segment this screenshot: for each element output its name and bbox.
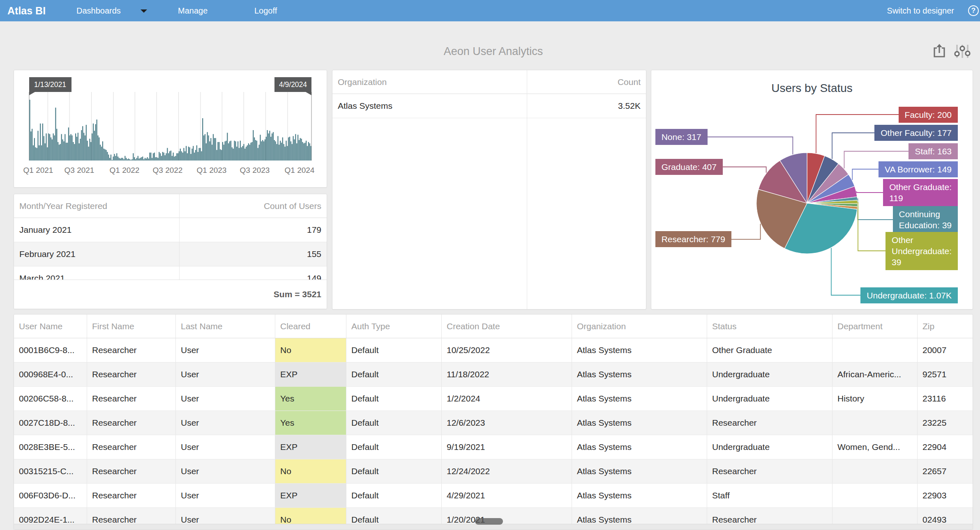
first-name-cell: Researcher	[87, 338, 176, 362]
pie-label-continuing-education[interactable]: Continuing Education: 39	[893, 206, 958, 233]
column-divider	[179, 194, 180, 280]
export-icon[interactable]	[932, 43, 948, 60]
column-header-organization[interactable]: Organization	[338, 70, 387, 94]
creation-date-cell: 11/18/2022	[442, 363, 572, 386]
organization-cell: Atlas Systems	[572, 363, 707, 386]
user-name-cell: 00315215-C...	[14, 459, 87, 483]
horizontal-scrollbar-thumb[interactable]	[475, 518, 503, 525]
column-header-count-of-users[interactable]: Count of Users	[264, 194, 321, 218]
table-row[interactable]: 0027C18D-8...ResearcherUserYesDefault12/…	[14, 411, 973, 435]
status-cell: Researcher	[707, 411, 832, 435]
table-row[interactable]: February 2021155	[14, 242, 327, 266]
help-icon[interactable]: ?	[968, 5, 979, 16]
column-header-cleared[interactable]: Cleared	[275, 314, 346, 338]
range-axis-label: Q3 2023	[240, 166, 270, 174]
table-row[interactable]: 006F03D6-D...ResearcherUserEXPDefault4/2…	[14, 484, 973, 508]
table-row[interactable]: 0001B6C9-8...ResearcherUserNoDefault10/2…	[14, 338, 973, 363]
range-bars	[29, 100, 311, 161]
cleared-cell: No	[275, 459, 346, 483]
column-header-organization[interactable]: Organization	[572, 314, 707, 338]
table-row[interactable]: 000968E4-0...ResearcherUserEXPDefault11/…	[14, 363, 973, 387]
parameters-icon[interactable]	[954, 43, 971, 60]
department-cell	[832, 484, 918, 507]
status-cell: Staff	[707, 484, 832, 507]
count-cell: 179	[307, 218, 321, 242]
switch-to-designer-button[interactable]: Switch to designer	[887, 0, 954, 21]
last-name-cell: User	[176, 411, 275, 435]
first-name-cell: Researcher	[87, 363, 176, 386]
last-name-cell: User	[176, 435, 275, 459]
auth-type-cell: Default	[346, 459, 442, 483]
zip-cell: 23116	[918, 387, 973, 411]
month-cell: January 2021	[19, 218, 71, 242]
column-header-department[interactable]: Department	[832, 314, 918, 338]
zip-cell: 20007	[918, 338, 973, 362]
column-header-auth-type[interactable]: Auth Type	[346, 314, 442, 338]
month-cell: February 2021	[19, 242, 76, 266]
pie-label-undergraduate[interactable]: Undergraduate: 1.07K	[860, 287, 958, 303]
range-axis-label: Q3 2022	[153, 166, 183, 174]
column-header-last-name[interactable]: Last Name	[176, 314, 275, 338]
column-header-user-name[interactable]: User Name	[14, 314, 87, 338]
pie-label-other-faculty[interactable]: Other Faculty: 177	[874, 125, 958, 141]
zip-cell: 22903	[918, 484, 973, 507]
grid-header-row: User NameFirst NameLast NameClearedAuth …	[14, 314, 973, 338]
status-cell: Undergraduate	[707, 363, 832, 386]
status-cell: Undergraduate	[707, 435, 832, 459]
column-header-zip[interactable]: Zip	[918, 314, 973, 338]
department-cell	[832, 459, 918, 483]
first-name-cell: Researcher	[87, 459, 176, 483]
chevron-down-icon[interactable]	[141, 9, 147, 13]
nav-item-logoff[interactable]: Logoff	[254, 0, 277, 21]
organization-cell: Atlas Systems	[572, 484, 707, 507]
nav-item-dashboards[interactable]: Dashboards	[76, 0, 121, 21]
nav-item-manage[interactable]: Manage	[178, 0, 208, 21]
pie-label-researcher[interactable]: Researcher: 779	[655, 231, 731, 247]
first-name-cell: Researcher	[87, 411, 176, 435]
pie-label-graduate[interactable]: Graduate: 407	[655, 159, 723, 175]
cleared-cell: No	[275, 338, 346, 362]
pie-label-other-graduate[interactable]: Other Graduate: 119	[883, 179, 958, 206]
cleared-cell: EXP	[275, 484, 346, 507]
pie-label-faculty[interactable]: Faculty: 200	[899, 107, 958, 123]
range-selector-chart[interactable]: Q1 2021Q3 2021Q1 2022Q3 2022Q1 2023Q3 20…	[14, 70, 327, 188]
user-name-cell: 00206C58-8...	[14, 387, 87, 411]
user-name-cell: 0027C18D-8...	[14, 411, 87, 435]
range-selector-panel[interactable]: Q1 2021Q3 2021Q1 2022Q3 2022Q1 2023Q3 20…	[14, 70, 327, 188]
department-cell	[832, 411, 918, 435]
organization-cell: Atlas Systems	[572, 387, 707, 411]
user-name-cell: 000968E4-0...	[14, 363, 87, 386]
creation-date-cell: 4/29/2021	[442, 484, 572, 507]
column-header-first-name[interactable]: First Name	[87, 314, 176, 338]
table-row[interactable]: 00315215-C...ResearcherUserNoDefault12/2…	[14, 459, 973, 484]
first-name-cell: Researcher	[87, 435, 176, 459]
pie-label-va-borrower[interactable]: VA Borrower: 149	[879, 161, 958, 177]
cleared-cell: EXP	[275, 435, 346, 459]
zip-cell: 92571	[918, 363, 973, 386]
range-axis-label: Q1 2021	[23, 166, 53, 174]
department-cell: African-Americ...	[832, 363, 918, 386]
range-axis-label: Q1 2023	[197, 166, 227, 174]
column-header-creation-date[interactable]: Creation Date	[442, 314, 572, 338]
range-axis-label: Q3 2021	[65, 166, 95, 174]
column-header-count[interactable]: Count	[618, 70, 641, 94]
organization-cell: Atlas Systems	[572, 338, 707, 362]
table-row[interactable]: Atlas Systems3.52K	[332, 94, 646, 118]
last-name-cell: User	[176, 338, 275, 362]
auth-type-cell: Default	[346, 387, 442, 411]
user-name-cell: 0028E3BE-5...	[14, 435, 87, 459]
department-cell: Women, Gend...	[832, 435, 918, 459]
column-header-status[interactable]: Status	[707, 314, 832, 338]
horizontal-scrollbar-track[interactable]	[14, 524, 973, 530]
table-row[interactable]: 00206C58-8...ResearcherUserYesDefault1/2…	[14, 387, 973, 411]
table-row[interactable]: 0028E3BE-5...ResearcherUserEXPDefault9/1…	[14, 435, 973, 459]
org-table-header: Organization Count	[332, 70, 646, 94]
pie-label-none[interactable]: None: 317	[655, 129, 708, 145]
auth-type-cell: Default	[346, 338, 442, 362]
column-header-month[interactable]: Month/Year Registered	[19, 194, 107, 218]
pie-label-other-undergraduate[interactable]: Other Undergraduate: 39	[885, 232, 958, 270]
creation-date-cell: 10/25/2022	[442, 338, 572, 362]
table-row[interactable]: January 2021179	[14, 218, 327, 242]
organization-cell: Atlas Systems	[338, 94, 392, 118]
pie-label-staff[interactable]: Staff: 163	[909, 143, 958, 159]
